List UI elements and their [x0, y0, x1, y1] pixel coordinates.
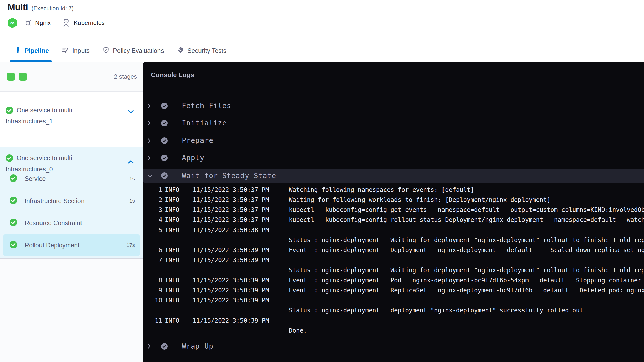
chevron-right-icon[interactable]	[147, 120, 153, 126]
pipeline-meta-row: ∞ Nginx Kubernetes	[8, 18, 105, 28]
step-item-resource-constraint[interactable]: Resource Constraint	[3, 212, 140, 234]
chevron-right-icon[interactable]	[147, 103, 153, 109]
log-line: 8INFO11/15/2022 3:50:39 PMEvent : nginx-…	[143, 275, 644, 285]
step-name: Rollout Deployment	[25, 242, 79, 249]
chevron-right-icon[interactable]	[147, 344, 153, 349]
tab-security-tests[interactable]: Security Tests	[177, 39, 226, 62]
app-header: Multi (Execution Id: 7) ∞ Nginx Kubernet…	[0, 0, 644, 39]
tab-inputs[interactable]: Inputs	[62, 39, 90, 62]
stage-count-label: 2 stages	[114, 73, 137, 80]
tab-pipeline[interactable]: Pipeline	[15, 39, 49, 62]
stage-minimap	[7, 73, 27, 81]
stage-item-infrastructures-0[interactable]: One service to multi Infrastructures_0 S…	[0, 147, 143, 259]
step-duration: 1s	[129, 198, 135, 204]
infrastructure-name: Kubernetes	[74, 19, 105, 26]
log-line: Status : nginx-deployment Waiting for de…	[143, 265, 644, 275]
log-line: 4INFO11/15/2022 3:50:37 PMkubectl --kube…	[143, 215, 644, 225]
log-line: 5INFO11/15/2022 3:50:38 PM	[143, 225, 644, 235]
console-step-prepare[interactable]: Prepare	[143, 132, 644, 149]
stage-item-infrastructures-1[interactable]: One service to multi Infrastructures_1	[0, 92, 143, 147]
log-line: 10INFO11/15/2022 3:50:39 PM	[143, 295, 644, 305]
log-line: 11INFO11/15/2022 3:50:39 PM	[143, 315, 644, 326]
harness-cd-icon: ∞	[8, 18, 17, 28]
step-success-check-icon	[161, 155, 168, 161]
console-step-apply[interactable]: Apply	[143, 149, 644, 166]
step-success-check-icon	[161, 343, 168, 350]
tab-policy-evaluations[interactable]: Policy Evaluations	[103, 39, 164, 62]
console-step-label: Wrap Up	[182, 342, 213, 350]
service-name: Nginx	[35, 19, 51, 26]
service-gear-icon	[24, 19, 32, 27]
tab-pipeline-label: Pipeline	[25, 47, 49, 54]
step-item-service[interactable]: Service 1s	[3, 168, 140, 190]
log-line: 9INFO11/15/2022 3:50:39 PMEvent : nginx-…	[143, 285, 644, 295]
log-line: 6INFO11/15/2022 3:50:39 PMEvent : nginx-…	[143, 245, 644, 255]
log-line: 2INFO11/15/2022 3:50:37 PMWaiting for fo…	[143, 195, 644, 205]
chevron-down-icon[interactable]	[147, 174, 153, 177]
step-item-rollout-deployment[interactable]: Rollout Deployment 17s	[3, 234, 140, 256]
console-step-label: Fetch Files	[182, 102, 231, 110]
log-line: 7INFO11/15/2022 3:50:39 PM	[143, 255, 644, 265]
console-step-wait-for-steady-state[interactable]: Wait for Steady State	[143, 169, 644, 183]
log-line: Done.	[143, 326, 644, 336]
step-name: Service	[25, 175, 46, 183]
stage-status-square-1[interactable]	[7, 73, 15, 81]
success-check-icon	[6, 107, 13, 117]
chevron-down-icon[interactable]	[128, 110, 134, 115]
step-name: Resource Constraint	[25, 219, 82, 227]
console-logs-title: Console Logs	[143, 62, 644, 88]
console-step-label: Prepare	[182, 136, 213, 145]
success-check-icon	[10, 219, 17, 227]
shield-search-icon	[177, 47, 184, 55]
log-lines: 1INFO11/15/2022 3:50:37 PMWatching follo…	[143, 183, 644, 338]
log-line: Status : nginx-deployment deployment "ng…	[143, 305, 644, 315]
active-tab-underline	[10, 60, 52, 62]
stage-status-square-2[interactable]	[19, 73, 27, 81]
title-row: Multi (Execution Id: 7)	[8, 2, 74, 13]
console-step-wrap-up[interactable]: Wrap Up	[143, 338, 644, 355]
log-line: 1INFO11/15/2022 3:50:37 PMWatching follo…	[143, 185, 644, 195]
success-check-icon	[6, 154, 13, 164]
step-name: Infrastructure Section	[25, 197, 85, 205]
stage-name-text: One service to multi Infrastructures_1	[6, 107, 72, 125]
inputs-icon	[62, 47, 69, 55]
console-step-label: Apply	[182, 154, 204, 162]
page-title: Multi	[8, 2, 28, 13]
console-logs-panel: Console Logs Fetch Files Initialize Prep…	[143, 62, 644, 362]
console-step-label: Wait for Steady State	[182, 172, 276, 180]
stage-name: One service to multi Infrastructures_1	[6, 106, 113, 126]
tab-policy-label: Policy Evaluations	[113, 47, 164, 54]
console-body: Fetch Files Initialize Prepare Apply Wai…	[143, 88, 644, 355]
step-success-check-icon	[161, 103, 168, 109]
stage-sidebar: 2 stages One service to multi Infrastruc…	[0, 62, 143, 362]
log-line: 3INFO11/15/2022 3:50:37 PMkubectl --kube…	[143, 205, 644, 215]
shield-check-icon	[103, 47, 109, 55]
console-step-label: Initialize	[182, 119, 227, 127]
step-item-infrastructure-section[interactable]: Infrastructure Section 1s	[3, 190, 140, 212]
tab-inputs-label: Inputs	[72, 47, 90, 54]
tab-bar: Pipeline Inputs Policy Evaluations	[0, 39, 644, 62]
step-list: Service 1s Infrastructure Section 1s Res…	[0, 168, 143, 256]
success-check-icon	[10, 241, 17, 249]
step-success-check-icon	[161, 120, 168, 126]
log-line: Status : nginx-deployment Waiting for de…	[143, 235, 644, 245]
chevron-up-icon[interactable]	[128, 160, 134, 165]
stage-minimap-header: 2 stages	[0, 62, 143, 92]
chevron-right-icon[interactable]	[147, 138, 153, 143]
step-duration: 1s	[129, 176, 135, 182]
step-success-check-icon	[161, 137, 168, 144]
pipeline-icon	[15, 47, 21, 55]
tab-security-label: Security Tests	[187, 47, 226, 54]
step-duration: 17s	[126, 242, 135, 248]
execution-id: (Execution Id: 7)	[31, 5, 73, 12]
console-step-fetch-files[interactable]: Fetch Files	[143, 97, 644, 114]
kubernetes-infra-icon	[62, 19, 70, 27]
chevron-right-icon[interactable]	[147, 155, 153, 161]
console-step-initialize[interactable]: Initialize	[143, 114, 644, 132]
success-check-icon	[10, 197, 17, 205]
step-success-check-icon	[161, 172, 168, 179]
success-check-icon	[10, 174, 17, 183]
